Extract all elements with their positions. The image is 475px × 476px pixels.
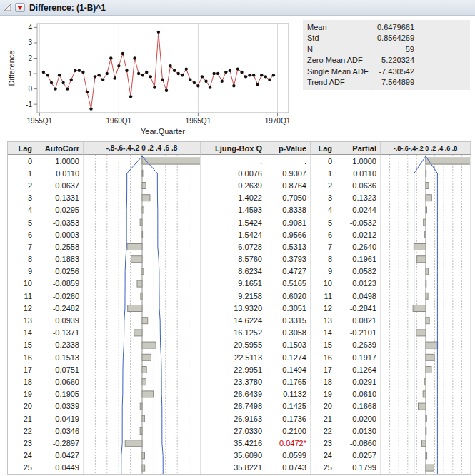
p-value-cell: 0.8338 <box>266 204 311 216</box>
partial-cell: -0.0291 <box>336 375 381 388</box>
autocorr-cell: 0.2338 <box>36 339 84 351</box>
disclosure-triangle-icon[interactable] <box>3 3 12 12</box>
lag-cell: 16 <box>8 351 36 363</box>
p-value-cell: 0.8764 <box>266 179 311 191</box>
svg-text:2: 2 <box>28 54 32 62</box>
lag-cell: 14 <box>8 327 36 339</box>
p-value-cell: 0.1425 <box>266 400 311 412</box>
p-value-cell: 0.2100 <box>266 425 311 437</box>
header-partial: Partial <box>336 142 381 155</box>
p-value-cell: 0.1736 <box>266 412 311 425</box>
autocorr-cell: 0.1331 <box>36 192 84 204</box>
autocorr-cell: -0.2558 <box>36 240 84 253</box>
partial-cell: -0.2841 <box>336 302 381 314</box>
svg-text:4: 4 <box>28 24 32 31</box>
stat-value: 0.8564269 <box>373 34 414 42</box>
red-triangle-glyph <box>17 6 23 10</box>
svg-text:1960Q1: 1960Q1 <box>106 117 132 125</box>
autocorr-cell: 0.0295 <box>36 204 84 216</box>
stat-value: 0.6479661 <box>373 23 414 31</box>
header-lag2: Lag <box>311 142 336 155</box>
top-section: -1012341955Q11960Q11965Q11970Q1Year.Quar… <box>0 16 475 141</box>
svg-text:1: 1 <box>28 70 32 78</box>
p-value-cell: 0.9566 <box>266 228 311 240</box>
partial-cell: -0.0212 <box>336 228 381 240</box>
p-value-cell: 0.1503 <box>266 339 311 351</box>
partial-cell: 0.0130 <box>336 425 381 437</box>
autocorr-cell: -0.2482 <box>36 302 84 314</box>
lag2-cell: 12 <box>311 302 336 314</box>
autocorr-cell: 0.0110 <box>36 167 84 179</box>
ljung-box-q-cell: 1.4593 <box>201 204 266 216</box>
stats-table: Mean0.6479661Std0.8564269N59Zero Mean AD… <box>303 20 470 90</box>
autocorr-cell: 0.0003 <box>36 228 84 240</box>
ljung-box-q-cell: 26.7498 <box>201 400 266 412</box>
outline-title-bar: Difference: (1-B)^1 <box>0 0 475 16</box>
stat-row: Zero Mean ADF-5.220324 <box>307 55 466 66</box>
lag-cell: 4 <box>8 204 36 216</box>
ljung-box-q-cell: 1.4022 <box>201 192 266 204</box>
autocorr-cell: 0.0751 <box>36 363 84 375</box>
stat-value: -7.564899 <box>373 78 414 86</box>
difference-panel: Difference: (1-B)^1 -1012341955Q11960Q11… <box>0 0 475 475</box>
ljung-box-q-cell: 14.6224 <box>201 314 266 326</box>
autocorr-cell: 0.1513 <box>36 351 84 363</box>
ljung-box-q-cell: 13.9320 <box>201 302 266 314</box>
lag2-cell: 2 <box>311 179 336 191</box>
p-value-cell: 0.7050 <box>266 192 311 204</box>
p-value-cell: 0.9307 <box>266 167 311 179</box>
p-value-cell: 0.3793 <box>266 253 311 265</box>
lag-cell: 13 <box>8 314 36 326</box>
lag2-cell: 9 <box>311 265 336 278</box>
p-value-cell: 0.1765 <box>266 375 311 388</box>
autocorr-cell: -0.0260 <box>36 290 84 302</box>
p-value-cell: 0.3315 <box>266 314 311 326</box>
stat-row: Trend ADF-7.564899 <box>307 77 466 88</box>
partial-cell: 0.0123 <box>336 278 381 290</box>
autocorr-cell: -0.0353 <box>36 216 84 228</box>
ljung-box-q-cell: 9.1651 <box>201 278 266 290</box>
y-axis-label: Difference <box>7 51 16 86</box>
header-p-value: p-Value <box>266 142 311 155</box>
ljung-box-q-cell: 8.5760 <box>201 253 266 265</box>
ljung-box-q-cell: 20.5955 <box>201 339 266 351</box>
lag2-cell: 0 <box>311 155 336 167</box>
red-triangle-menu-icon[interactable] <box>15 3 25 12</box>
autocorr-cell: 1.0000 <box>36 155 84 167</box>
stat-value: -5.220324 <box>373 56 414 64</box>
p-value-cell: . <box>266 155 311 167</box>
autocorr-cell: 0.0449 <box>36 462 84 474</box>
p-value-cell: 0.1274 <box>266 351 311 363</box>
autocorrelation-table: LagAutoCorr-.8-.6-.4-.2 0 .2 .4 .6 .8Lju… <box>7 141 471 475</box>
p-value-cell: 0.0599 <box>266 450 311 462</box>
lag2-cell: 11 <box>311 290 336 302</box>
autocorr-cell: -0.0339 <box>36 400 84 412</box>
stat-row: N59 <box>307 44 466 55</box>
lag2-cell: 10 <box>311 278 336 290</box>
autocorr-cell: 0.0660 <box>36 375 84 388</box>
partial-cell: 0.2639 <box>336 339 381 351</box>
header-pacf-axis: -.8-.6-.4-.2 0 .2 .4 .6 .8 <box>381 142 471 155</box>
ljung-box-q-cell: 23.3780 <box>201 375 266 388</box>
ljung-box-q-cell: 0.0076 <box>201 167 266 179</box>
autocorr-cell: 0.0419 <box>36 412 84 425</box>
ljung-box-q-cell: 35.8221 <box>201 462 266 474</box>
lag-cell: 21 <box>8 412 36 425</box>
lag-cell: 0 <box>8 155 36 167</box>
partial-cell: 0.0110 <box>336 167 381 179</box>
partial-cell: 0.0244 <box>336 204 381 216</box>
autocorr-cell: 0.0939 <box>36 314 84 326</box>
lag2-cell: 19 <box>311 388 336 400</box>
svg-text:0: 0 <box>28 85 32 93</box>
ljung-box-q-cell: 26.9163 <box>201 412 266 425</box>
stat-label: Std <box>307 34 373 42</box>
partial-cell: 0.1264 <box>336 363 381 375</box>
header-autocorr: AutoCorr <box>36 142 84 155</box>
svg-text:Year.Quarter: Year.Quarter <box>141 127 185 136</box>
lag2-cell: 15 <box>311 339 336 351</box>
lag-cell: 11 <box>8 290 36 302</box>
partial-cell: -0.0860 <box>336 437 381 449</box>
p-value-cell: 0.0743 <box>266 462 311 474</box>
time-series-plot[interactable]: -1012341955Q11960Q11965Q11970Q1Year.Quar… <box>6 19 296 138</box>
lag2-cell: 8 <box>311 253 336 265</box>
